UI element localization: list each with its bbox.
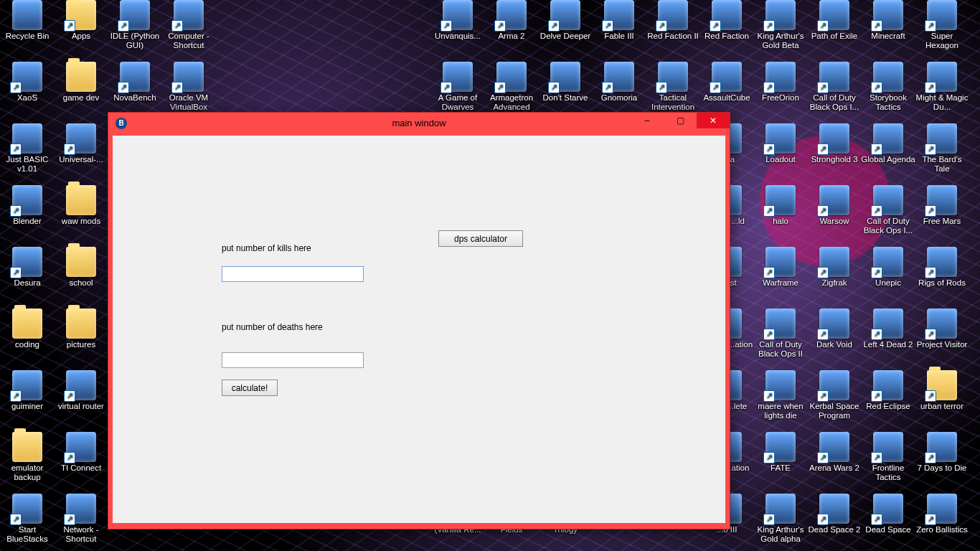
desktop-icon[interactable]: ↗Warframe xyxy=(753,247,808,288)
desktop-icon[interactable]: ↗urban terror xyxy=(915,370,969,411)
desktop-icon[interactable]: ↗Fable III xyxy=(592,0,646,41)
desktop-icon[interactable]: ↗Oracle VM VirtualBox xyxy=(161,62,216,112)
desktop-icon-label: TI Connect xyxy=(54,463,108,473)
desktop-icon[interactable]: ↗Left 4 Dead 2 xyxy=(861,309,915,349)
desktop-icon[interactable]: emulator backup xyxy=(0,432,55,482)
desktop-icon[interactable]: ↗Arma 2 xyxy=(484,0,539,41)
desktop-icon[interactable]: ↗Unvanquis... xyxy=(430,0,485,41)
desktop-icon-label: Just BASIC v1.01 xyxy=(0,155,55,174)
desktop-icon[interactable]: ↗Armagetron Advanced xyxy=(484,62,539,112)
desktop-icon[interactable]: ↗Universal-... xyxy=(54,123,108,164)
desktop-icon[interactable]: ↗Red Faction xyxy=(699,0,754,41)
shortcut-arrow-icon: ↗ xyxy=(710,20,721,32)
desktop-icon[interactable]: coding xyxy=(0,309,55,349)
shortcut-arrow-icon: ↗ xyxy=(10,390,22,402)
desktop-icon[interactable]: ↗virtual router xyxy=(54,370,108,411)
desktop-icon[interactable]: ↗TI Connect xyxy=(54,432,108,473)
desktop-icon-label: urban terror xyxy=(915,402,969,411)
desktop-icon[interactable]: pictures xyxy=(54,309,108,349)
desktop-icon-label: Dead Space 2 xyxy=(807,525,862,534)
desktop-icon[interactable]: ↗Zero Ballistics xyxy=(915,494,969,534)
desktop-icon[interactable]: ↗Red Eclipse xyxy=(861,370,915,411)
desktop-icon[interactable]: ↗A Game of Dwarves xyxy=(430,62,485,112)
desktop-icon[interactable]: ↗The Bard's Tale xyxy=(915,123,969,174)
desktop-icon[interactable]: Recycle Bin xyxy=(0,0,55,41)
desktop-icon[interactable]: ↗AssaultCube xyxy=(699,62,754,103)
desktop-icon[interactable]: ↗Start BlueStacks xyxy=(0,494,55,544)
desktop-icon[interactable]: school xyxy=(54,247,108,288)
shortcut-arrow-icon: ↗ xyxy=(871,20,882,32)
desktop-icon[interactable]: ↗Minecraft xyxy=(861,0,915,41)
desktop-icon[interactable]: ↗halo xyxy=(753,185,808,226)
desktop-icon[interactable]: ↗Stronghold 3 xyxy=(807,123,862,164)
desktop-icon[interactable]: ↗Call of Duty Black Ops I... xyxy=(807,62,862,112)
desktop-icon[interactable]: ↗King Arthur's Gold Beta xyxy=(753,0,808,50)
desktop-icon[interactable]: ↗King Arthur's Gold alpha xyxy=(753,494,808,544)
titlebar[interactable]: B main window – ▢ ✕ xyxy=(108,113,730,134)
desktop-icon[interactable]: ↗Delve Deeper xyxy=(538,0,593,41)
desktop-icon[interactable]: ↗Dark Void xyxy=(807,309,862,349)
desktop-icon[interactable]: game dev xyxy=(54,62,108,103)
desktop-icon-label: Dark Void xyxy=(807,340,862,349)
desktop-icon[interactable]: ↗Call of Duty Black Ops II xyxy=(753,309,808,359)
dps-calculator-button[interactable]: dps calculator xyxy=(438,230,523,247)
desktop-icon-label: Global Agenda xyxy=(861,155,915,164)
desktop-icon[interactable]: ↗XaoS xyxy=(0,62,55,103)
shortcut-arrow-icon: ↗ xyxy=(871,329,882,340)
desktop-icon[interactable]: ↗NovaBench xyxy=(108,62,162,103)
desktop-icon-label: IDLE (Python GUI) xyxy=(108,32,162,50)
desktop-icon[interactable]: ↗Loadout xyxy=(753,123,808,164)
desktop-icon-label: King Arthur's Gold alpha xyxy=(753,525,808,544)
desktop-icon[interactable]: ↗Just BASIC v1.01 xyxy=(0,123,55,174)
desktop-icon[interactable]: ↗Blender xyxy=(0,185,55,226)
desktop-icon-label: Arma 2 xyxy=(484,32,539,41)
maximize-button[interactable]: ▢ xyxy=(664,113,697,128)
desktop-icon-label: The Bard's Tale xyxy=(915,155,969,174)
desktop-icon[interactable]: ↗FATE xyxy=(753,432,808,473)
desktop-icon[interactable]: ↗IDLE (Python GUI) xyxy=(108,0,162,50)
desktop-icon[interactable]: ↗Computer - Shortcut xyxy=(161,0,216,50)
desktop-icon[interactable]: ↗guiminer xyxy=(0,370,55,411)
folder-icon xyxy=(12,432,42,462)
desktop-icon[interactable]: ↗Dead Space 2 xyxy=(807,494,862,534)
desktop-icon[interactable]: ↗Tactical Intervention xyxy=(646,62,700,112)
desktop-icon-label: A Game of Dwarves xyxy=(430,93,485,112)
desktop-icon[interactable]: ↗Unepic xyxy=(861,247,915,288)
shortcut-arrow-icon: ↗ xyxy=(871,390,882,402)
close-button[interactable]: ✕ xyxy=(697,113,730,128)
desktop-icon[interactable]: ↗Free Mars xyxy=(915,185,969,226)
desktop-icon-label: maere when lights die xyxy=(753,402,808,420)
desktop-icon[interactable]: ↗Arena Wars 2 xyxy=(807,432,862,473)
deaths-input[interactable] xyxy=(222,352,364,368)
desktop-icon[interactable]: ↗Rigs of Rods xyxy=(915,247,969,288)
desktop-icon[interactable]: ↗Red Faction II xyxy=(646,0,700,41)
minimize-button[interactable]: – xyxy=(631,113,664,128)
desktop-icon[interactable]: waw mods xyxy=(54,185,108,226)
desktop-icon[interactable]: ↗Desura xyxy=(0,247,55,288)
desktop-icon[interactable]: ↗Storybook Tactics xyxy=(861,62,915,112)
desktop-icon[interactable]: ↗Path of Exile xyxy=(807,0,862,41)
desktop-icon[interactable]: ↗FreeOrion xyxy=(753,62,808,103)
shortcut-arrow-icon: ↗ xyxy=(871,514,882,525)
calculate-button[interactable]: calculate! xyxy=(222,380,278,396)
desktop-icon[interactable]: ↗Global Agenda xyxy=(861,123,915,164)
desktop-icon[interactable]: ↗Frontline Tactics xyxy=(861,432,915,482)
desktop-icon-label: Path of Exile xyxy=(807,32,862,41)
desktop-icon[interactable]: ↗Apps xyxy=(54,0,108,41)
desktop-icon[interactable]: ↗Kerbal Space Program xyxy=(807,370,862,420)
desktop-icon[interactable]: ↗Project Visitor xyxy=(915,309,969,349)
desktop-icon[interactable]: ↗Super Hexagon xyxy=(915,0,969,50)
desktop-icon[interactable]: ↗Network - Shortcut xyxy=(54,494,108,544)
desktop-icon[interactable]: ↗7 Days to Die xyxy=(915,432,969,473)
desktop-icon[interactable]: ↗Don't Starve xyxy=(538,62,593,103)
desktop-icon[interactable]: ↗Zigfrak xyxy=(807,247,862,288)
desktop-icon[interactable]: ↗Might & Magic Du... xyxy=(915,62,969,112)
desktop-icon[interactable]: ↗Call of Duty Black Ops I... xyxy=(861,185,915,235)
desktop-icon[interactable]: ↗Dead Space xyxy=(861,494,915,534)
desktop-icon[interactable]: ↗maere when lights die xyxy=(753,370,808,420)
desktop-icon-label: Warframe xyxy=(753,278,808,288)
desktop-icon-label: pictures xyxy=(54,340,108,349)
desktop-icon[interactable]: ↗Gnomoria xyxy=(592,62,646,103)
kills-input[interactable] xyxy=(222,266,364,282)
desktop-icon[interactable]: ↗Warsow xyxy=(807,185,862,226)
